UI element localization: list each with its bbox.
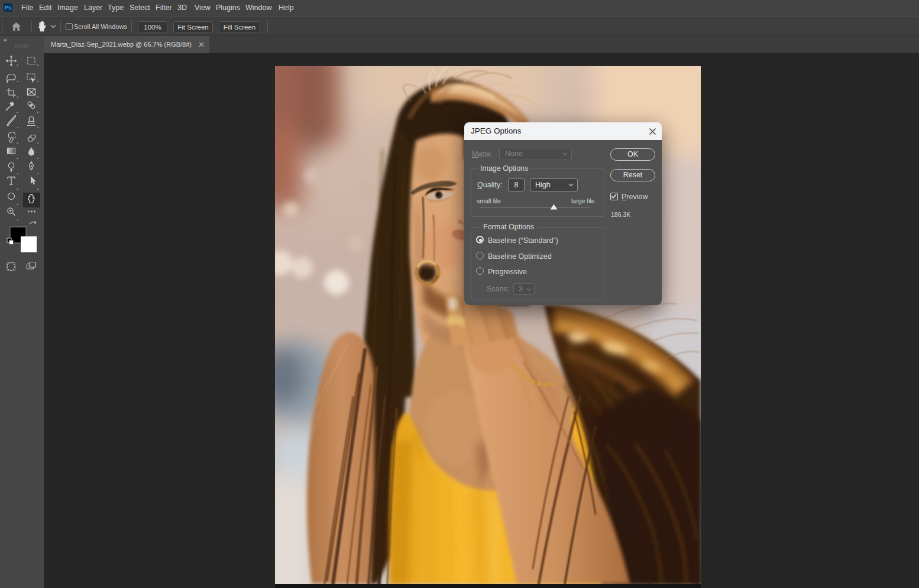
svg-text:«: « bbox=[4, 36, 7, 43]
